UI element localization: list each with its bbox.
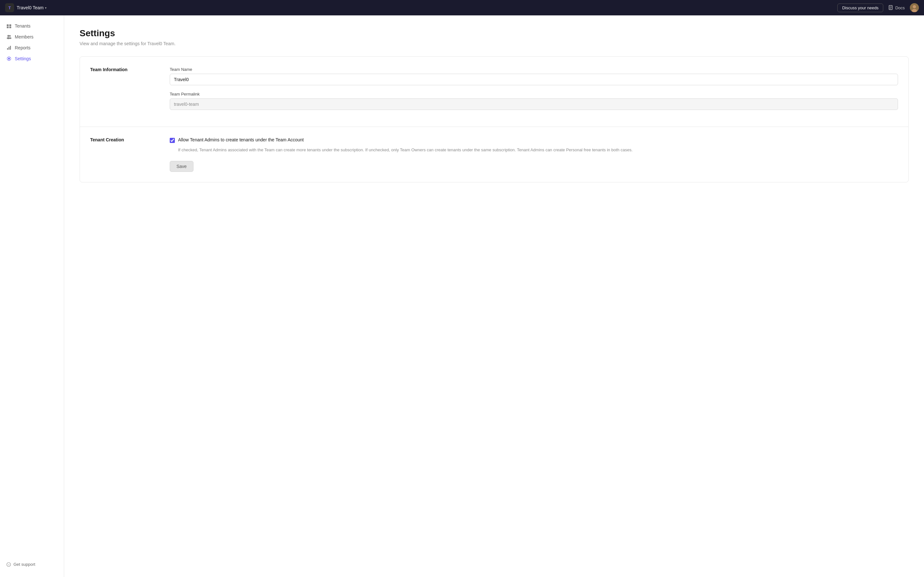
topnav: T Travel0 Team ▾ Discuss your needs Docs (0, 0, 924, 15)
svg-point-11 (7, 35, 9, 37)
tenants-icon (6, 23, 11, 29)
chevron-down-icon: ▾ (45, 6, 47, 10)
allow-tenant-admins-row: Allow Tenant Admins to create tenants un… (170, 137, 898, 143)
members-icon (6, 34, 11, 39)
team-permalink-field-group: Team Permalink (170, 92, 898, 110)
svg-point-12 (9, 35, 11, 37)
topnav-left: T Travel0 Team ▾ (5, 3, 47, 12)
avatar[interactable] (910, 3, 919, 12)
app-logo: T (5, 3, 14, 12)
svg-rect-9 (7, 27, 9, 28)
save-button[interactable]: Save (170, 161, 194, 172)
svg-rect-17 (10, 46, 11, 50)
app-layout: Tenants Members (0, 15, 924, 577)
team-switcher[interactable]: Travel0 Team ▾ (17, 5, 47, 10)
topnav-right: Discuss your needs Docs (837, 3, 919, 12)
avatar-image (910, 3, 919, 12)
sidebar: Tenants Members (0, 15, 64, 577)
svg-text:?: ? (8, 564, 10, 566)
team-permalink-input (170, 98, 898, 110)
sidebar-nav: Tenants Members (0, 21, 64, 557)
sidebar-item-reports[interactable]: Reports (0, 42, 64, 53)
allow-tenant-admins-label: Allow Tenant Admins to create tenants un… (178, 137, 304, 142)
team-information-section: Team Information Team Name Team Permalin… (80, 57, 908, 127)
svg-rect-16 (9, 47, 10, 50)
sidebar-footer: ? Get support (0, 557, 64, 572)
sidebar-item-tenants[interactable]: Tenants (0, 21, 64, 31)
settings-card: Team Information Team Name Team Permalin… (79, 56, 909, 182)
tenant-creation-section: Tenant Creation Allow Tenant Admins to c… (80, 127, 908, 182)
svg-rect-8 (9, 24, 11, 26)
svg-point-18 (8, 58, 10, 60)
page-title: Settings (79, 28, 909, 39)
svg-point-14 (9, 37, 11, 39)
reports-icon (6, 45, 11, 50)
svg-rect-10 (9, 27, 11, 28)
discuss-needs-button[interactable]: Discuss your needs (837, 3, 883, 12)
allow-tenant-admins-checkbox[interactable] (170, 138, 175, 143)
team-name-input[interactable] (170, 74, 898, 85)
svg-rect-15 (7, 48, 8, 50)
tenant-creation-content: Allow Tenant Admins to create tenants un… (170, 137, 898, 172)
svg-rect-7 (7, 24, 9, 26)
get-support-link[interactable]: ? Get support (6, 562, 57, 567)
team-information-label: Team Information (90, 67, 154, 116)
team-name-label: Team Name (170, 67, 898, 72)
allow-tenant-admins-desc: If checked, Tenant Admins associated wit… (178, 147, 898, 153)
team-name-field-group: Team Name (170, 67, 898, 85)
book-icon (888, 5, 893, 10)
settings-icon (6, 56, 11, 61)
support-icon: ? (6, 562, 11, 567)
page-subtitle: View and manage the settings for Travel0… (79, 41, 909, 46)
team-permalink-label: Team Permalink (170, 92, 898, 97)
sidebar-item-settings[interactable]: Settings (0, 53, 64, 64)
sidebar-item-members[interactable]: Members (0, 31, 64, 42)
docs-link[interactable]: Docs (888, 5, 905, 10)
tenant-creation-label: Tenant Creation (90, 137, 154, 172)
team-information-content: Team Name Team Permalink (170, 67, 898, 116)
main-content: Settings View and manage the settings fo… (64, 15, 924, 577)
svg-point-5 (913, 5, 916, 8)
